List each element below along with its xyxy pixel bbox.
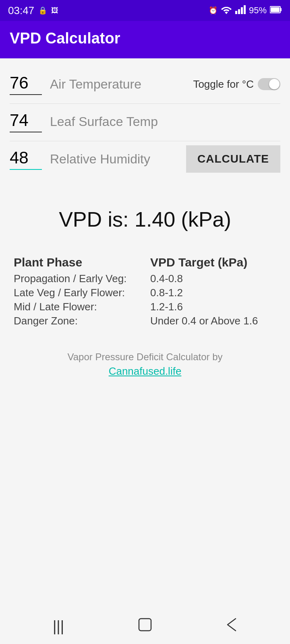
svg-rect-2 <box>241 7 243 14</box>
nav-back-button[interactable]: ||| <box>53 618 64 635</box>
vpd-danger: Under 0.4 or Above 1.6 <box>150 315 276 327</box>
divider-2 <box>10 141 280 141</box>
phase-late-veg: Late Veg / Early Flower: <box>14 287 150 299</box>
divider-1 <box>10 103 280 104</box>
air-temp-input[interactable] <box>10 73 42 95</box>
svg-rect-5 <box>280 8 282 11</box>
table-row: Late Veg / Early Flower: 0.8-1.2 <box>14 287 276 299</box>
toggle-wrap: Toggle for °C <box>193 78 280 91</box>
svg-rect-7 <box>139 619 151 631</box>
table-header-row: Plant Phase VPD Target (kPa) <box>14 256 276 269</box>
nav-recent-icon <box>226 617 237 636</box>
air-temp-row: Air Temperature Toggle for °C <box>10 68 280 100</box>
table-col-vpd-header: VPD Target (kPa) <box>150 256 276 269</box>
table-row: Danger Zone: Under 0.4 or Above 1.6 <box>14 315 276 327</box>
nav-bar: ||| <box>0 609 290 644</box>
toggle-knob <box>269 79 280 89</box>
leaf-temp-label: Leaf Surface Temp <box>46 114 280 129</box>
footer-link[interactable]: Cannafused.life <box>109 365 182 377</box>
image-icon: 🖼 <box>51 6 58 15</box>
humidity-value-wrap <box>10 148 46 170</box>
app-title: VPD Calculator <box>10 30 120 47</box>
reference-table: Plant Phase VPD Target (kPa) Propagation… <box>10 256 280 327</box>
footer: Vapor Pressure Deficit Calculator by Can… <box>10 339 280 382</box>
app-header: VPD Calculator <box>0 21 290 58</box>
toggle-label: Toggle for °C <box>193 78 254 91</box>
celsius-toggle[interactable] <box>258 78 280 90</box>
phase-danger: Danger Zone: <box>14 315 150 327</box>
vpd-late-veg: 0.8-1.2 <box>150 287 276 299</box>
calculate-button[interactable]: CALCULATE <box>186 145 280 173</box>
lock-icon: 🔒 <box>38 6 47 15</box>
leaf-temp-value-wrap <box>10 111 46 132</box>
alarm-icon: ⏰ <box>209 6 218 15</box>
battery-text: 95% <box>249 5 267 16</box>
status-left: 03:47 🔒 🖼 <box>8 4 58 17</box>
leaf-temp-input[interactable] <box>10 111 42 132</box>
nav-home-button[interactable] <box>137 617 153 636</box>
status-bar: 03:47 🔒 🖼 ⏰ 95% <box>0 0 290 21</box>
humidity-row: Relative Humidity CALCULATE <box>10 143 280 175</box>
vpd-result: VPD is: 1.40 (kPa) <box>10 207 280 231</box>
svg-rect-0 <box>235 11 237 14</box>
footer-text: Vapor Pressure Deficit Calculator by <box>14 351 276 363</box>
leaf-temp-row: Leaf Surface Temp <box>10 105 280 138</box>
nav-back-icon: ||| <box>53 618 64 635</box>
table-row: Mid / Late Flower: 1.2-1.6 <box>14 301 276 313</box>
vpd-mid-flower: 1.2-1.6 <box>150 301 276 313</box>
svg-rect-3 <box>244 5 246 14</box>
table-col-phase-header: Plant Phase <box>14 256 150 269</box>
air-temp-value-wrap <box>10 73 46 95</box>
nav-home-icon <box>137 617 153 636</box>
wifi-icon <box>221 5 232 16</box>
air-temp-label: Air Temperature <box>46 77 193 92</box>
vpd-result-text: VPD is: 1.40 (kPa) <box>59 208 231 231</box>
svg-rect-6 <box>271 7 280 12</box>
table-row: Propagation / Early Veg: 0.4-0.8 <box>14 272 276 285</box>
signal-icon <box>235 5 246 16</box>
humidity-label: Relative Humidity <box>46 152 186 167</box>
nav-recent-button[interactable] <box>226 617 237 636</box>
status-time: 03:47 <box>8 4 34 17</box>
vpd-propagation: 0.4-0.8 <box>150 272 276 285</box>
humidity-input[interactable] <box>10 148 42 170</box>
battery-icon <box>270 6 282 16</box>
phase-propagation: Propagation / Early Veg: <box>14 272 150 285</box>
phase-mid-flower: Mid / Late Flower: <box>14 301 150 313</box>
svg-rect-1 <box>238 9 240 14</box>
status-right: ⏰ 95% <box>209 5 282 16</box>
main-content: Air Temperature Toggle for °C Leaf Surfa… <box>0 58 290 609</box>
